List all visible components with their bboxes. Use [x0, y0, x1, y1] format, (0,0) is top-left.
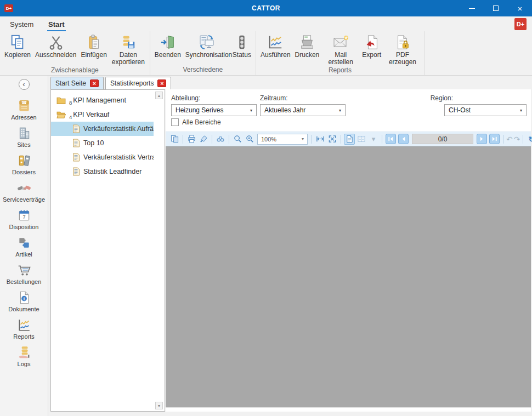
multi-page-view-button[interactable] — [356, 134, 367, 145]
toolbar-separator — [212, 135, 212, 144]
svg-text:7: 7 — [22, 214, 25, 220]
status-button[interactable]: Status — [230, 32, 253, 59]
fit-page-button[interactable] — [327, 134, 338, 145]
fit-width-button[interactable] — [315, 134, 326, 145]
create-mail-button[interactable]: Mail erstellen — [321, 32, 360, 66]
zeitraum-label: Zeitraum: — [260, 94, 288, 102]
chevron-down-icon: ▾ — [250, 108, 252, 113]
abteilung-select[interactable]: Heizung Serives ▾ — [171, 104, 257, 116]
chevron-down-icon: ▾ — [520, 108, 522, 113]
report-doc-icon — [72, 139, 81, 147]
data-export-button[interactable]: Daten exportieren — [109, 32, 148, 66]
zoom-mode-button[interactable] — [244, 134, 255, 145]
single-page-view-button[interactable] — [344, 134, 355, 145]
tree-item-verkaeuferstatistik-vertraege[interactable]: Verkäuferstatistik Vertra — [51, 150, 154, 164]
tree-folder-kpi-verkauf[interactable]: 4 KPI Verkauf — [51, 107, 154, 122]
export-document-button[interactable] — [169, 134, 180, 145]
sidebar-item-dossiers[interactable]: Dossiers — [0, 151, 48, 179]
zoom-level-value: 100% — [261, 136, 276, 143]
copy-button[interactable]: Kopieren — [2, 32, 33, 59]
tree-scroll-down-button[interactable]: ▼ — [155, 402, 163, 409]
viewer-horizontal-scrollbar[interactable] — [166, 407, 531, 412]
previous-page-button[interactable] — [398, 134, 409, 144]
refresh-button[interactable]: ↻ — [526, 134, 532, 145]
tree-folder-label: KPI Management — [73, 96, 126, 104]
tree-scroll-up-button[interactable]: ▲ — [155, 92, 163, 99]
forward-button[interactable]: ↷ — [514, 135, 520, 144]
next-page-button[interactable] — [477, 134, 487, 144]
sidebar-item-sites[interactable]: Sites — [0, 124, 48, 151]
print-button[interactable]: Drucken — [293, 32, 322, 59]
toolbar-separator — [183, 135, 183, 144]
tree-item-statistik-leadfinder[interactable]: Statistik Leadfinder — [51, 164, 154, 179]
tab-statistikreports-label: Statistikreports — [110, 79, 154, 87]
sidebar-item-servicevertraege[interactable]: Serviceverträge — [0, 179, 48, 206]
database-hand-icon — [17, 345, 31, 360]
report-doc-icon — [72, 153, 81, 162]
sidebar-item-disposition[interactable]: 7 Disposition — [0, 206, 48, 233]
scissors-icon — [48, 33, 64, 52]
folder-count: 4 — [69, 114, 72, 120]
tab-statistikreports[interactable]: Statistikreports × — [105, 77, 171, 89]
sidebar-collapse-button[interactable]: ‹ — [19, 79, 30, 90]
zoom-button[interactable] — [232, 134, 243, 145]
menu-start[interactable]: Start — [46, 19, 67, 30]
sync-icon — [198, 33, 216, 52]
sidebar-item-adressen[interactable]: ☎ Adressen — [0, 96, 48, 124]
group-label-verschiedene: Verschiedene — [152, 66, 253, 75]
folder-count: 8 — [69, 100, 72, 106]
ribbon-group-reports: Ausführen Drucken Mail erstellen Export … — [256, 31, 424, 75]
sidebar-item-reports[interactable]: Reports — [0, 316, 48, 343]
data-export-icon — [120, 33, 137, 52]
sidebar-item-bestellungen[interactable]: Bestellungen — [0, 261, 48, 288]
tree-item-label: Statistik Leadfinder — [83, 168, 142, 175]
view-options-dropdown[interactable]: ▾ — [368, 134, 379, 145]
run-report-button[interactable]: Ausführen — [258, 32, 293, 59]
zeitraum-select[interactable]: Aktuelles Jahr ▾ — [260, 104, 346, 116]
tree-folder-kpi-management[interactable]: 8 KPI Management — [51, 93, 154, 107]
tab-start-seite[interactable]: Start Seite × — [50, 77, 104, 89]
search-button[interactable] — [215, 134, 226, 145]
exit-icon — [160, 33, 176, 52]
last-page-button[interactable] — [489, 134, 500, 144]
menu-system[interactable]: System — [8, 19, 36, 30]
toolbar-separator — [503, 135, 503, 144]
tree-item-verkaeuferstatistik-aufraege[interactable]: Verkäuferstatistik Aufrä — [51, 122, 154, 136]
mail-icon — [332, 33, 349, 52]
print-report-button[interactable] — [186, 134, 197, 145]
tab-statistikreports-close-icon[interactable]: × — [157, 79, 166, 87]
tree-item-label: Top 10 — [83, 139, 104, 147]
region-label: Region: — [431, 94, 453, 102]
folder-open-icon — [56, 111, 66, 118]
tree-folder-label: KPI Verkauf — [73, 111, 109, 118]
sidebar-item-logs[interactable]: Logs — [0, 343, 48, 371]
paste-button[interactable]: Einfügen — [78, 32, 109, 59]
chevron-down-icon: ▾ — [339, 108, 341, 113]
cut-button[interactable]: Ausschneiden — [33, 32, 78, 59]
folder-closed-icon — [56, 96, 66, 104]
toolbar-separator — [229, 135, 229, 144]
alle-bereiche-checkbox-row: Alle Bereiche — [171, 118, 221, 126]
chevron-down-icon: ▾ — [302, 136, 304, 141]
zoom-level-select[interactable]: 100% ▾ — [257, 134, 308, 145]
traffic-light-icon — [234, 33, 250, 52]
sidebar-item-artikel[interactable]: Artikel — [0, 233, 48, 261]
region-select[interactable]: CH-Ost ▾ — [444, 104, 527, 116]
export-button[interactable]: Export — [360, 32, 383, 59]
tree-item-top-10[interactable]: Top 10 — [51, 136, 154, 150]
abteilung-label: Abteilung: — [171, 94, 200, 102]
document-tab-bar: Start Seite × Statistikreports × — [50, 77, 171, 89]
toolbar-separator — [382, 135, 382, 144]
alle-bereiche-checkbox[interactable] — [171, 118, 179, 126]
sync-button[interactable]: Synchronisation — [183, 32, 230, 59]
tab-start-seite-close-icon[interactable]: × — [90, 79, 99, 87]
first-page-button[interactable] — [386, 134, 396, 144]
sidebar-item-dokumente[interactable]: i Dokumente — [0, 288, 48, 316]
window-title: CATTOR — [0, 4, 532, 12]
back-button[interactable]: ↶ — [506, 135, 513, 144]
create-pdf-button[interactable]: PDF erzeugen — [383, 32, 422, 66]
cart-icon — [17, 263, 31, 277]
filter-bar: Abteilung: Heizung Serives ▾ Zeitraum: A… — [166, 89, 531, 132]
exit-button[interactable]: Beenden — [152, 32, 183, 59]
print-setup-button[interactable] — [198, 134, 209, 145]
